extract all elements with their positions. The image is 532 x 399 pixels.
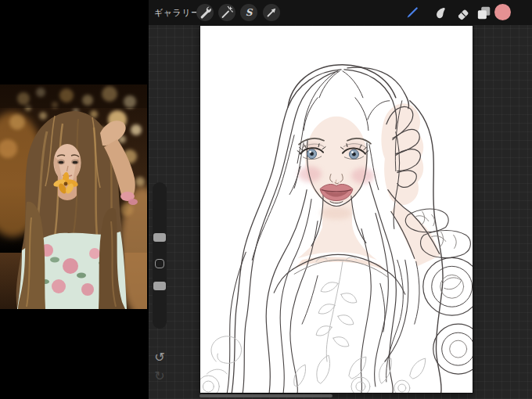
adjustments-button[interactable] — [218, 4, 235, 21]
reference-photo-image — [0, 84, 147, 309]
color-swatch-circle[interactable] — [494, 4, 511, 20]
gallery-button[interactable]: ギャラリー — [154, 0, 200, 25]
top-vignette — [0, 84, 147, 108]
floral-pattern — [294, 257, 426, 393]
redo-button[interactable]: ↻ — [152, 368, 167, 384]
reference-pane — [0, 0, 149, 399]
screen: ギャラリー S — [0, 0, 532, 399]
brush-sidebar[interactable] — [153, 182, 167, 329]
drawing-canvas[interactable] — [200, 26, 473, 393]
actions-button[interactable] — [196, 4, 214, 21]
redo-icon: ↻ — [154, 370, 164, 383]
layers-button[interactable] — [474, 3, 493, 22]
modify-button[interactable] — [155, 259, 164, 268]
undo-icon: ↺ — [154, 351, 164, 364]
wrench-icon — [197, 5, 213, 20]
procreate-pane: ギャラリー S — [149, 0, 532, 399]
skin-shading — [294, 103, 441, 271]
brush-size-slider[interactable] — [153, 233, 166, 242]
paintbrush-icon — [404, 4, 421, 21]
selection-s-icon: S — [246, 8, 253, 17]
gallery-label: ギャラリー — [154, 7, 200, 19]
paint-tool-button[interactable] — [403, 3, 422, 22]
magic-wand-icon — [219, 5, 235, 20]
transform-arrow-icon — [264, 5, 279, 20]
smudge-finger-icon — [432, 4, 449, 21]
canvas-surround — [149, 25, 532, 399]
smudge-tool-button[interactable] — [431, 3, 450, 22]
erase-tool-button[interactable] — [454, 3, 473, 22]
undo-button[interactable]: ↺ — [152, 350, 167, 365]
reference-photo — [0, 84, 147, 309]
line-art-portrait — [200, 26, 473, 393]
selection-button[interactable]: S — [240, 4, 257, 21]
eraser-icon — [455, 4, 472, 21]
home-indicator[interactable] — [200, 394, 332, 397]
transform-button[interactable] — [263, 4, 280, 21]
opacity-slider[interactable] — [153, 282, 166, 290]
topbar: ギャラリー S — [149, 0, 532, 25]
layers-icon — [475, 4, 492, 21]
